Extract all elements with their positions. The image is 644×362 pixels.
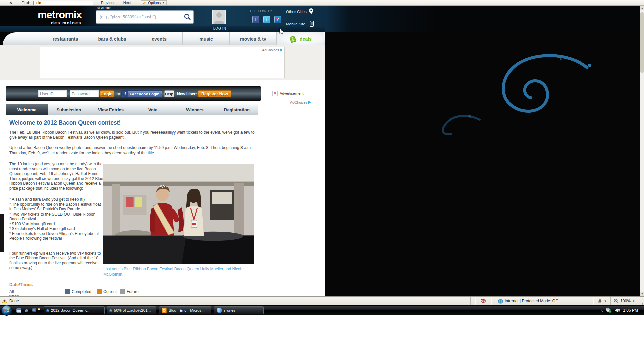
find-options-button[interactable]: Options ▼ — [141, 0, 167, 5]
search-button[interactable] — [182, 11, 193, 23]
nav-label: events — [152, 36, 166, 42]
times-note: All times are in Central Time. — [9, 289, 22, 296]
tab-submission[interactable]: Submission — [48, 104, 90, 115]
nav-label: movies & tv — [240, 36, 266, 42]
prize-item: * The opportunity to ride on the Bacon F… — [9, 202, 104, 212]
taskbar-button-label: 2012 Bacon Queen c... — [51, 308, 91, 312]
tray-expand-icon[interactable]: ‹ — [601, 308, 603, 313]
network-icon[interactable] — [606, 308, 612, 313]
prize-item: * $75 Johnny's Hall of Fame gift card — [9, 226, 104, 231]
tab-winners[interactable]: Winners — [174, 104, 216, 115]
register-now-button[interactable]: Register Now — [198, 90, 231, 97]
page-scrollbar[interactable]: ▲ ▼ — [640, 6, 644, 296]
facebook-login-button[interactable]: f Facebook Login — [121, 90, 162, 97]
location-pin-icon[interactable] — [309, 8, 313, 15]
switch-windows-icon[interactable] — [32, 308, 37, 313]
nav-item-bars-clubs[interactable]: bars & clubs — [89, 32, 136, 45]
close-find-icon[interactable]: ✕ — [9, 1, 12, 5]
other-cities-link[interactable]: Other Cities — [286, 10, 307, 14]
intro-paragraph-1: The Feb. 18 Blue Ribbon Bacon Festival, … — [9, 130, 257, 140]
photo-caption-link[interactable]: Last year's Blue Ribbon Bacon Festival B… — [103, 267, 244, 277]
leaderboard-ad[interactable]: AdChoices — [40, 47, 285, 78]
system-tray: ‹ 1:06 PM — [601, 306, 641, 315]
chevron-down-icon: ▼ — [604, 300, 607, 303]
taskbar-button[interactable]: ♫ iTunes — [214, 306, 264, 314]
scroll-down-icon[interactable]: ▼ — [640, 292, 644, 296]
search-label: SEARCH: — [97, 6, 112, 10]
password-field[interactable] — [70, 90, 99, 97]
nav-label: deals — [300, 36, 312, 42]
mobile-phone-icon[interactable] — [310, 21, 314, 28]
quick-launch-overflow-icon[interactable]: » — [38, 306, 40, 311]
show-desktop-icon[interactable] — [16, 308, 21, 313]
protected-mode-pane[interactable]: ▼ — [593, 297, 610, 306]
resize-grip[interactable] — [638, 297, 644, 306]
tab-welcome[interactable]: Welcome — [6, 104, 48, 115]
zoom-pane[interactable]: 100% ▼ — [610, 297, 638, 306]
logo-title[interactable]: metromix — [38, 9, 82, 21]
logo-subtitle: des moines — [51, 20, 82, 25]
help-button[interactable]: Help — [164, 90, 174, 97]
facebook-icon[interactable]: f — [252, 16, 259, 23]
facebook-login-label: Facebook Login — [130, 92, 159, 96]
tab-view-entries[interactable]: View Entries — [90, 104, 132, 115]
scroll-up-icon[interactable]: ▲ — [640, 6, 644, 10]
search-input[interactable] — [96, 15, 182, 19]
adchoices-link[interactable]: AdChoices — [290, 100, 311, 104]
legend-label-current: Current — [103, 289, 117, 294]
nav-item-movies-tv[interactable]: movies & tv — [230, 32, 277, 45]
taskbar-button[interactable]: O Blog - Eric - Micros... — [159, 306, 211, 314]
quick-launch: e — [16, 308, 37, 313]
search-icon — [184, 13, 191, 21]
scrollbar-thumb[interactable] — [640, 12, 644, 73]
start-button[interactable] — [1, 305, 12, 316]
find-input[interactable] — [33, 1, 93, 5]
foursquare-icon[interactable]: ✓ — [274, 16, 281, 23]
taskbar-clock[interactable]: 1:06 PM — [623, 308, 641, 313]
login-button[interactable]: Login — [100, 90, 114, 97]
contest-details-column: The 10 ladies (and yes, you must be a la… — [9, 162, 104, 270]
nav-label: music — [199, 36, 213, 42]
twitter-icon[interactable]: t — [263, 16, 270, 23]
prize-item: * Four tickets to see Devon Allman's Hon… — [9, 231, 104, 241]
or-label: or — [117, 92, 120, 96]
status-pane — [491, 297, 496, 306]
user-id-field[interactable] — [38, 90, 67, 97]
taskbar-button[interactable]: e 50% of ...adio%201... — [107, 306, 156, 314]
runners-up-paragraph: Four runners-up will each receive two VI… — [9, 251, 104, 270]
find-next-button[interactable]: Next — [123, 1, 131, 5]
follow-us-label: FOLLOW US — [250, 9, 274, 13]
tab-vote[interactable]: Vote — [132, 104, 174, 115]
nav-item-restaurants[interactable]: restaurants — [42, 32, 89, 45]
tracking-protection-pane[interactable] — [475, 297, 491, 306]
nav-item-music[interactable]: music — [183, 32, 230, 45]
volume-icon[interactable] — [615, 308, 620, 313]
taskbar-button[interactable]: e 2012 Bacon Queen c... — [44, 306, 105, 314]
right-rail-ad: ✕ Advertisement — [270, 88, 305, 98]
find-previous-button[interactable]: Previous — [101, 1, 115, 5]
log-in-link[interactable]: LOG IN — [210, 26, 230, 31]
outlook-icon: O — [162, 308, 167, 313]
site-search — [96, 10, 194, 24]
highlighter-icon — [143, 1, 147, 5]
security-zone-text: Internet | Protected Mode: Off — [505, 299, 558, 303]
tab-registration[interactable]: Registration — [216, 104, 258, 115]
avatar[interactable] — [212, 10, 226, 24]
side-flyout-tab[interactable] — [0, 214, 4, 252]
adchoices-icon — [280, 48, 283, 52]
internet-explorer-icon[interactable]: e — [24, 308, 29, 313]
person-icon — [213, 10, 225, 24]
svg-text:!: ! — [4, 300, 5, 303]
nav-item-events[interactable]: events — [136, 32, 183, 45]
legend-swatch-current — [97, 289, 102, 294]
ad-close-icon[interactable]: ✕ — [272, 90, 278, 96]
legend-label-completed: Completed — [72, 289, 91, 294]
screen-margin — [0, 315, 644, 362]
leaderboard-ad-area: AdChoices — [0, 45, 325, 80]
mobile-site-link[interactable]: Mobile Site — [286, 22, 305, 26]
adchoices-link[interactable]: AdChoices — [262, 48, 283, 52]
site-header: LOG IN metromix des moines SEARCH: FOLLO… — [0, 6, 644, 32]
find-bar: ✕ Find: Previous Next | Options ▼ — [0, 0, 644, 6]
security-zone-pane: Internet | Protected Mode: Off — [496, 297, 593, 306]
prize-item: * Two VIP tickets to the SOLD OUT Blue R… — [9, 212, 104, 222]
